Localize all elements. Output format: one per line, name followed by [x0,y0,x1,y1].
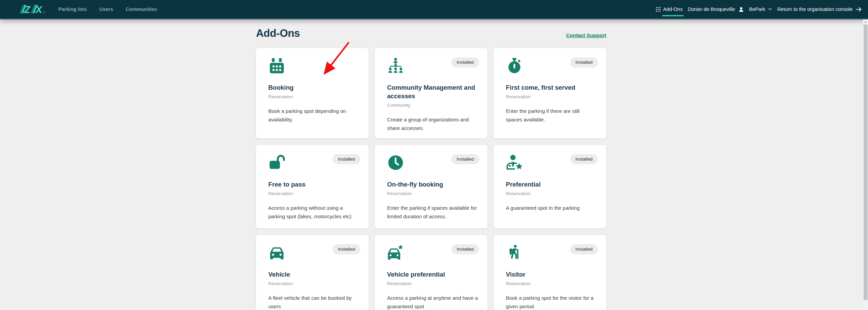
user-name-label: Dorian de Broqueville [688,6,735,12]
card-category: Reservation [506,191,598,197]
addon-card-community-management-and-accesses[interactable]: Installed Community Management and acces… [375,48,487,138]
card-description: Access a parking at anytime and have a g… [387,294,478,310]
card-title: Vehicle [268,270,357,279]
card-description: A guaranteed spot in the parking [506,204,597,212]
arrow-right-icon [856,7,862,12]
nav-user-menu[interactable]: Dorian de Broqueville [688,6,744,12]
installed-badge: Installed [570,57,598,68]
card-category: Reservation [268,191,360,197]
card-category: Reservation [506,94,598,100]
return-to-console-link[interactable]: Return to the organisation console [777,6,862,12]
addon-card-booking[interactable]: Booking Reservation Book a parking spot … [256,48,369,138]
card-title: Free to pass [268,180,357,189]
installed-badge: Installed [332,244,360,254]
card-title: First come, first served [506,83,595,92]
apps-grid-icon [656,7,661,12]
car-icon [268,244,285,261]
car-star-icon [387,244,404,261]
active-tab-underline [662,15,684,16]
page-title: Add-Ons [256,28,300,39]
contact-support-link[interactable]: Contact Support [566,32,607,38]
installed-badge: Installed [570,154,598,164]
vertical-scrollbar [863,19,868,310]
user-icon [738,6,744,12]
addon-card-vehicle[interactable]: Installed Vehicle Reservation A fleet ve… [256,235,369,310]
nav-link-communities[interactable]: Communities [126,0,157,18]
svg-text:Z: Z [24,4,31,15]
installed-badge: Installed [332,154,360,164]
main-content: Add-Ons Contact Support Booking Reservat… [256,28,606,310]
organisation-name-label: BePark [749,6,766,12]
calendar-icon [268,57,285,74]
card-category: Community [387,102,479,108]
nav-organisation-selector[interactable]: BePark [749,6,772,12]
card-description: Enter the parking if spaces available fo… [387,204,478,221]
card-description: Book a parking spot for the visitor for … [506,294,597,310]
addon-card-visitor[interactable]: Installed Visitor Reservation Book a par… [494,235,606,310]
card-description: Create a group of organizations and shar… [387,116,478,132]
svg-text:X: X [35,4,43,15]
installed-badge: Installed [451,57,479,68]
addon-card-vehicle-preferential[interactable]: Installed Vehicle preferential Reservati… [375,235,487,310]
scrollbar-thumb[interactable] [864,25,868,300]
card-category: Reservation [268,281,360,287]
card-title: Vehicle preferential [387,270,476,279]
addon-card-free-to-pass[interactable]: Installed Free to pass Reservation Acces… [256,145,369,228]
nav-add-ons-label: Add-Ons [663,6,683,12]
person-star-icon [506,154,523,171]
unlocked-padlock-icon [268,154,285,171]
izix-logo[interactable]: Z X [17,3,46,15]
card-title: Visitor [506,270,595,279]
card-category: Reservation [387,191,479,197]
card-title: Booking [268,83,357,92]
nav-link-parking-lots[interactable]: Parking lots [58,0,87,18]
card-title: Community Management and accesses [387,83,476,100]
nav-item-add-ons[interactable]: Add-Ons [656,6,683,12]
scrollbar-up-arrow[interactable] [864,21,867,23]
page-header: Add-Ons Contact Support [256,28,606,39]
card-title: Preferential [506,180,595,189]
hiker-icon [506,244,523,261]
installed-badge: Installed [451,244,479,254]
card-description: Access a parking without using a parking… [268,204,359,221]
chevron-down-icon [768,8,772,11]
card-description: Book a parking spot depending on availab… [268,107,359,124]
addon-card-first-come-first-served[interactable]: Installed First come, first served Reser… [494,48,606,138]
installed-badge: Installed [451,154,479,164]
stopwatch-icon [506,57,523,74]
return-to-console-label: Return to the organisation console [777,6,853,12]
card-description: A fleet vehicle that can be booked by us… [268,294,359,310]
card-title: On-the-fly booking [387,180,476,189]
clock-icon [387,154,404,171]
top-navigation-bar: Z X Parking lots Users Communities [0,0,868,19]
izix-logo-icon: Z X [17,3,46,15]
addon-card-on-the-fly-booking[interactable]: Installed On-the-fly booking Reservation… [375,145,487,228]
org-chart-icon [387,57,404,74]
addons-grid: Booking Reservation Book a parking spot … [256,48,606,310]
card-description: Enter the parking if there are still spa… [506,107,597,124]
card-category: Reservation [268,94,360,100]
nav-link-users[interactable]: Users [99,0,113,18]
addon-card-preferential[interactable]: Installed Preferential Reservation A gua… [494,145,606,228]
card-category: Reservation [387,281,479,287]
card-category: Reservation [506,281,598,287]
installed-badge: Installed [570,244,598,254]
